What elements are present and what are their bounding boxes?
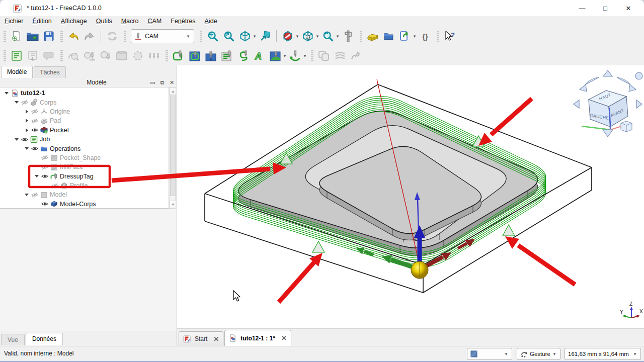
- expander-icon[interactable]: [33, 175, 40, 177]
- visibility-icon[interactable]: [40, 201, 49, 207]
- toolbar-grip[interactable]: [4, 31, 6, 42]
- tree-item-operations[interactable]: Operations: [0, 144, 169, 153]
- tree-item-pad[interactable]: Pad: [0, 116, 169, 125]
- visibility-off-icon[interactable]: [30, 109, 39, 114]
- cam-engrave-button[interactable]: A: [251, 48, 267, 64]
- tab-taches[interactable]: Tâches: [34, 66, 65, 78]
- visibility-off-icon[interactable]: [40, 164, 49, 170]
- tab-vue[interactable]: Vue: [1, 334, 25, 345]
- navigation-style-selector[interactable]: Gesture ▾: [517, 348, 560, 360]
- menu-fenetres[interactable]: Fenêtres: [166, 17, 200, 26]
- expander-icon[interactable]: [23, 128, 30, 132]
- tab-modele[interactable]: Modèle: [1, 66, 33, 78]
- 3d-viewport[interactable]: HAUT GAUCHE AVANT Z Y X: [177, 65, 644, 328]
- visibility-off-icon[interactable]: [30, 192, 39, 198]
- cam-profile-button[interactable]: [171, 48, 187, 64]
- expander-icon[interactable]: [23, 110, 30, 114]
- cam-dressup-button[interactable]: [287, 48, 303, 64]
- float-icon[interactable]: ⧉: [157, 79, 167, 86]
- visibility-off-icon[interactable]: [40, 155, 49, 160]
- new-document-button[interactable]: [9, 28, 25, 44]
- toolbar-grip[interactable]: [360, 31, 362, 42]
- menu-affichage[interactable]: Affichage: [56, 17, 92, 26]
- menu-cam[interactable]: CAM: [143, 17, 166, 26]
- minimize-button[interactable]: —: [571, 0, 594, 16]
- visibility-icon[interactable]: [40, 173, 49, 179]
- cam-face-button[interactable]: [219, 48, 235, 64]
- close-panel-icon[interactable]: ✕: [167, 79, 177, 86]
- toolbar-grip[interactable]: [60, 31, 63, 42]
- menu-edition[interactable]: Édition: [28, 17, 56, 26]
- close-button[interactable]: ✕: [617, 0, 640, 16]
- clipping-plane-button[interactable]: [280, 28, 296, 44]
- open-document-button[interactable]: [25, 28, 41, 44]
- scroll-down-icon[interactable]: [170, 201, 176, 208]
- cam-pocket-button[interactable]: [187, 48, 203, 64]
- measure-button[interactable]: [340, 28, 356, 44]
- menu-fichier[interactable]: Fichier: [0, 17, 28, 26]
- tree-item-profile[interactable]: Profile: [0, 181, 169, 190]
- create-group-button[interactable]: [381, 28, 397, 44]
- visibility-off-icon[interactable]: [20, 100, 29, 105]
- fit-all-button[interactable]: [205, 28, 221, 44]
- toolbar-grip[interactable]: [124, 31, 126, 42]
- visibility-icon[interactable]: [30, 146, 39, 151]
- create-part-button[interactable]: [365, 28, 381, 44]
- tree-item-corps[interactable]: Corps: [0, 98, 169, 107]
- zoom-button[interactable]: [320, 28, 336, 44]
- cam-camotics-button[interactable]: [130, 48, 146, 64]
- tree-item-millface[interactable]: MillFace: [0, 162, 169, 171]
- cam-toolbits-button[interactable]: [146, 48, 162, 64]
- isometric-view-button[interactable]: [237, 28, 253, 44]
- save-document-button[interactable]: [41, 28, 57, 44]
- tree-item-job[interactable]: Job: [0, 135, 169, 144]
- whats-this-button[interactable]: ?: [442, 28, 458, 44]
- visibility-off-icon[interactable]: [30, 118, 39, 124]
- menu-outils[interactable]: Outils: [92, 17, 117, 26]
- cam-tool-controller-button[interactable]: [82, 48, 98, 64]
- fit-selection-button[interactable]: [221, 28, 237, 44]
- toolbar-grip[interactable]: [311, 50, 313, 61]
- menu-aide[interactable]: Aide: [200, 17, 222, 26]
- workbench-selector[interactable]: CAM ▾: [131, 29, 194, 43]
- toolbar-grip[interactable]: [166, 50, 168, 61]
- refresh-button[interactable]: [104, 28, 120, 44]
- cam-simulator-button[interactable]: [114, 48, 130, 64]
- expander-icon[interactable]: [23, 194, 30, 196]
- cam-job-button[interactable]: [9, 48, 25, 64]
- dock-icon[interactable]: ▭: [148, 79, 157, 86]
- redo-button[interactable]: [82, 28, 98, 44]
- expander-icon[interactable]: [3, 92, 10, 95]
- scroll-up-icon[interactable]: [170, 87, 176, 95]
- expander-icon[interactable]: [13, 138, 20, 141]
- cam-simulate-gcode-button[interactable]: [348, 48, 364, 64]
- expression-editor-button[interactable]: {}: [417, 28, 433, 44]
- tree-scrollbar[interactable]: [169, 87, 176, 209]
- cam-helix-button[interactable]: [235, 48, 251, 64]
- cam-drilling-button[interactable]: [203, 48, 219, 64]
- menu-macro[interactable]: Macro: [117, 17, 143, 26]
- tree-item-origine[interactable]: Origine: [0, 107, 169, 116]
- tree-item-pocket-shape[interactable]: Pocket_Shape: [0, 153, 169, 162]
- tree-item-tuto12-1[interactable]: tuto12-1: [0, 88, 169, 98]
- tab-start[interactable]: Start ✕: [179, 331, 223, 346]
- export-button[interactable]: [397, 28, 413, 44]
- tab-tuto12-1[interactable]: tuto12-1 : 1* ✕: [224, 330, 291, 346]
- sync-view-button[interactable]: [257, 28, 273, 44]
- tab-donnees[interactable]: Données: [26, 333, 63, 345]
- expander-icon[interactable]: [23, 119, 30, 123]
- undo-button[interactable]: [65, 28, 82, 44]
- cam-post-process-button[interactable]: [25, 48, 41, 64]
- cam-array-button[interactable]: [316, 48, 332, 64]
- toolbar-grip[interactable]: [60, 50, 63, 61]
- cam-inspect-gcode-button[interactable]: [65, 48, 82, 64]
- close-tab-icon[interactable]: ✕: [281, 334, 287, 342]
- box-element-selection-button[interactable]: [300, 28, 316, 44]
- cam-3d-pocket-button[interactable]: [267, 48, 283, 64]
- cam-toolbit-dock-button[interactable]: [98, 48, 114, 64]
- visibility-icon[interactable]: [30, 127, 39, 133]
- visibility-icon[interactable]: [20, 137, 29, 142]
- visibility-off-icon[interactable]: [50, 183, 59, 189]
- expander-icon[interactable]: [23, 147, 30, 150]
- expander-icon[interactable]: [13, 101, 20, 104]
